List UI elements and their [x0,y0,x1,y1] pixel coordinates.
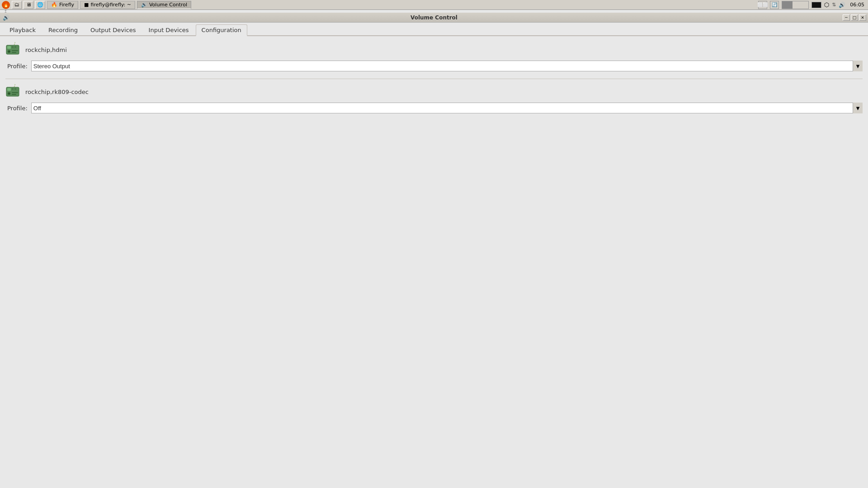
taskbar-clock: 06:05 [848,2,866,8]
taskbar-right: ⬜⬜ 🔄 ⬡ ⇅ 🔊 06:05 [758,1,866,9]
window-menu-icon[interactable]: 🔊 [3,14,9,21]
device-1-profile-label: Profile: [7,63,28,70]
terminal-taskbar-btn[interactable]: ■ firefly@firefly: ~ [80,1,135,9]
tab-input-devices[interactable]: Input Devices [143,24,195,35]
taskbar-refresh-btn[interactable]: 🔄 [770,1,779,9]
svg-rect-15 [12,92,18,93]
svg-point-5 [9,51,10,52]
device-1-name: rockchip,hdmi [25,47,67,53]
svg-text:♪: ♪ [14,84,16,88]
svg-rect-10 [7,88,11,91]
svg-rect-16 [12,94,16,95]
svg-rect-6 [12,50,18,51]
svg-rect-3 [14,46,16,48]
browser-btn[interactable]: 🌐 [35,1,45,9]
window-title: Volume Control [410,14,458,21]
minimize-button[interactable]: ─ [843,14,850,21]
device-2-header: ♪ rockchip,rk809-codec [5,84,863,100]
svg-rect-2 [12,46,14,48]
taskbar: 🔥 🗂 🖥 🌐 🔥 Firefly ■ firefly@firefly: ~ 🔊… [0,0,868,10]
svg-point-14 [9,93,10,94]
terminal-taskbar-label: firefly@firefly: ~ [90,2,131,8]
content-area: ♪ rockchip,hdmi Profile: Off Stereo Outp… [0,36,868,488]
svg-rect-12 [14,88,16,90]
device-2-profile-wrapper: Off Analog Stereo Output Analog Stereo I… [31,103,863,113]
device-2-profile-select[interactable]: Off Analog Stereo Output Analog Stereo I… [31,103,863,113]
taskbar-windows-btn[interactable]: ⬜⬜ [758,1,767,9]
tab-playback[interactable]: Playback [4,24,42,35]
tabs-bar: Playback Recording Output Devices Input … [0,23,868,36]
firefly-taskbar-btn[interactable]: 🔥 Firefly [47,1,78,9]
close-button[interactable]: ✕ [859,14,866,21]
tab-configuration[interactable]: Configuration [196,24,247,36]
taskbar-volume-icon: 🔊 [839,2,845,8]
maximize-button[interactable]: □ [851,14,858,21]
device-2-profile-label: Profile: [7,105,28,112]
window-titlebar: 🔊 Volume Control ─ □ ✕ [0,13,868,23]
taskbar-black-square [811,2,821,8]
tab-output-devices[interactable]: Output Devices [85,24,142,35]
device-section-2: ♪ rockchip,rk809-codec Profile: Off Anal… [5,84,863,113]
taskbar-progress-bar [782,1,809,9]
device-2-name: rockchip,rk809-codec [25,89,89,95]
volume-taskbar-btn[interactable]: 🔊 Volume Control [137,1,191,9]
svg-rect-7 [12,52,16,53]
device-1-profile-wrapper: Off Stereo Output Surround 4.0 Surround … [31,61,863,71]
taskbar-logo[interactable]: 🔥 [2,1,10,9]
tab-recording[interactable]: Recording [42,24,84,35]
device-1-icon: ♪ [5,42,22,58]
terminal-btn[interactable]: 🖥 [24,1,33,9]
device-2-profile-row: Profile: Off Analog Stereo Output Analog… [7,103,863,113]
device-2-icon: ♪ [5,84,22,100]
firefly-taskbar-label: Firefly [59,2,74,8]
separator-1 [5,79,863,79]
device-1-profile-select[interactable]: Off Stereo Output Surround 4.0 Surround … [31,61,863,71]
file-manager-btn[interactable]: 🗂 [12,1,22,9]
window-controls: ─ □ ✕ [843,14,866,21]
device-1-header: ♪ rockchip,hdmi [5,42,863,58]
device-1-profile-row: Profile: Off Stereo Output Surround 4.0 … [7,61,863,71]
device-section-1: ♪ rockchip,hdmi Profile: Off Stereo Outp… [5,42,863,71]
svg-rect-1 [7,46,11,49]
taskbar-arrows-icon: ⇅ [832,2,836,8]
volume-taskbar-label: Volume Control [149,2,187,8]
svg-text:♪: ♪ [14,42,16,46]
taskbar-bluetooth-icon: ⬡ [824,1,829,8]
svg-rect-11 [12,88,14,90]
